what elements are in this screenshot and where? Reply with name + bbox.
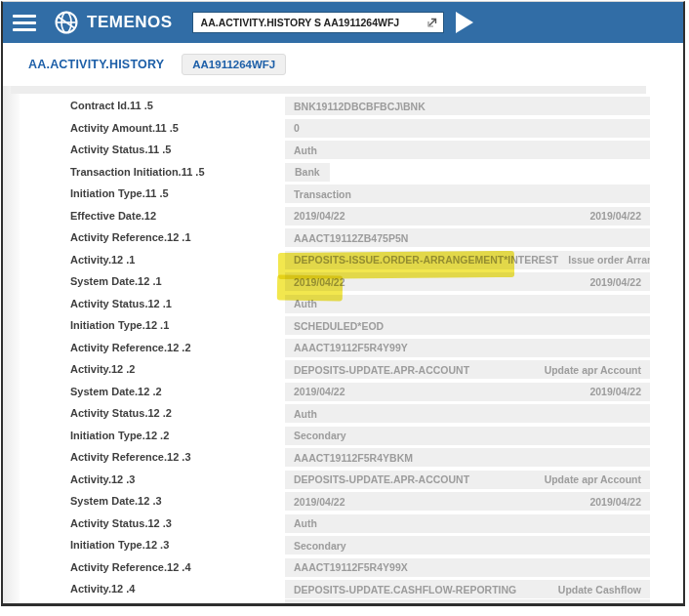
run-command-icon[interactable]: [456, 12, 473, 33]
field-label: Activity.12 .2: [70, 363, 135, 375]
field-row: Activity Reference.12 .1 AAACT19112ZB475…: [3, 228, 683, 251]
field-value: DEPOSITS-ISSUE.ORDER-ARRANGEMENT*INTERES…: [294, 254, 558, 266]
field-label: System Date.12 .3: [70, 495, 162, 507]
field-value: SCHEDULED*EOD: [294, 320, 384, 332]
field-value-bar[interactable]: Auth: [285, 404, 650, 423]
app-window: TEMENOS AA.ACTIVITY.HISTORY AA1911264WFJ…: [1, 1, 685, 606]
command-line-input[interactable]: [192, 12, 444, 33]
field-label: Initiation Type.12 .1: [70, 319, 169, 331]
command-line-wrap: [192, 12, 444, 33]
field-row: Activity Reference.12 .4 AAACT19112F5R4Y…: [3, 558, 683, 581]
field-label: Activity.12 .1: [70, 254, 135, 266]
field-value-right: Issue order Arrangement: [558, 254, 650, 266]
field-row: Activity Status.12 .2 Auth: [3, 404, 683, 427]
field-label: Activity Status.12 .2: [70, 407, 172, 419]
hamburger-menu-icon[interactable]: [13, 15, 36, 31]
field-value: Auth: [294, 408, 317, 420]
field-value: DEPOSITS-UPDATE.CASHFLOW-REPORTING: [294, 584, 516, 595]
field-value-bar[interactable]: Secondary: [285, 427, 650, 445]
field-label: Activity Status.12 .3: [70, 517, 172, 529]
field-label: System Date.12 .1: [70, 275, 162, 287]
launch-icon[interactable]: [426, 16, 439, 29]
field-value-bar[interactable]: DEPOSITS-UPDATE.APR-ACCOUNT Update apr A…: [285, 471, 650, 489]
field-value: AAACT19112F5R4Y99Y: [294, 342, 408, 353]
field-value: Bank: [295, 166, 320, 178]
field-value-bar[interactable]: AAACT19112ZB475P5N: [285, 228, 650, 247]
field-value-bar[interactable]: 2019/04/22 2019/04/22: [285, 492, 650, 511]
temenos-logo: TEMENOS: [54, 10, 173, 35]
field-rows: Contract Id.11 .5 BNK19112DBCBFBCJ\BNK A…: [3, 97, 683, 602]
field-value: 2019/04/22: [294, 210, 345, 222]
field-value: 2019/04/22: [294, 386, 345, 397]
field-value: DEPOSITS-UPDATE.APR-ACCOUNT: [294, 364, 469, 376]
field-value-right: Update apr Account: [535, 473, 641, 485]
field-label: Contract Id.11 .5: [70, 100, 153, 111]
field-value-bar[interactable]: Secondary: [285, 536, 650, 554]
record-id-badge: AA1911264WFJ: [182, 54, 286, 75]
field-row: Activity Status.11 .5 Auth: [3, 141, 683, 163]
field-row: System Date.12 .1 2019/04/22 2019/04/22: [3, 272, 683, 295]
field-value-bar[interactable]: SCHEDULED*EOD: [285, 316, 650, 335]
field-label: Initiation Type.12 .3: [70, 539, 169, 551]
field-row: Activity.12 .3 DEPOSITS-UPDATE.APR-ACCOU…: [3, 471, 683, 493]
field-value: AAACT19112F5R4Y99X: [294, 561, 408, 573]
field-label: Activity Reference.12 .3: [70, 451, 191, 463]
field-value-bar[interactable]: 2019/04/22 2019/04/22: [285, 207, 650, 226]
field-value-bar[interactable]: AAACT19112F5R4YBKM: [285, 448, 650, 467]
field-value-bar[interactable]: BNK19112DBCBFBCJ\BNK: [285, 97, 650, 115]
field-row: Effective Date.12 2019/04/22 2019/04/22: [3, 207, 683, 229]
field-value: Auth: [294, 298, 317, 309]
application-title: AA.ACTIVITY.HISTORY: [28, 58, 164, 71]
field-row: Initiation Type.11 .5 Transaction: [3, 185, 683, 207]
field-value-bar[interactable]: DEPOSITS-ISSUE.ORDER-ARRANGEMENT*INTERES…: [285, 251, 650, 269]
field-value: Secondary: [294, 430, 346, 441]
field-label: Activity Amount.11 .5: [70, 122, 179, 134]
field-row: Activity Reference.12 .2 AAACT19112F5R4Y…: [3, 339, 683, 361]
field-value-bar[interactable]: Auth: [285, 295, 650, 313]
field-value-bar[interactable]: DEPOSITS-UPDATE.CASHFLOW-REPORTING Updat…: [285, 580, 650, 598]
field-value: AAACT19112ZB475P5N: [294, 232, 408, 244]
field-value: 2019/04/22: [294, 496, 345, 508]
clipped-row-top: [11, 86, 646, 94]
field-row: System Date.12 .3 2019/04/22 2019/04/22: [3, 492, 683, 514]
field-row: Activity Status.12 .3 Auth: [3, 514, 683, 537]
record-detail-panel: Contract Id.11 .5 BNK19112DBCBFBCJ\BNK A…: [3, 86, 683, 604]
field-label: Initiation Type.12 .2: [70, 430, 169, 441]
field-value: DEPOSITS-UPDATE.APR-ACCOUNT: [294, 473, 469, 485]
top-toolbar: TEMENOS: [3, 2, 683, 43]
field-value-bar[interactable]: AAACT19112F5R4Y99X: [285, 558, 650, 577]
field-label: Activity Reference.12 .1: [70, 231, 191, 243]
field-label: Activity.12 .3: [70, 473, 135, 485]
field-row: Contract Id.11 .5 BNK19112DBCBFBCJ\BNK: [3, 97, 683, 119]
field-row: Initiation Type.12 .3 Secondary: [3, 536, 683, 558]
field-label: Activity Status.12 .1: [70, 298, 172, 309]
brand-name: TEMENOS: [87, 13, 173, 32]
field-value-bar[interactable]: DEPOSITS-UPDATE.APR-ACCOUNT Update apr A…: [285, 360, 650, 379]
field-value-right: Update Cashflow: [548, 584, 641, 595]
field-value-bar[interactable]: 2019/04/22 2019/04/22: [285, 383, 650, 401]
field-value: BNK19112DBCBFBCJ\BNK: [294, 101, 426, 112]
field-row: Initiation Type.12 .1 SCHEDULED*EOD: [3, 316, 683, 339]
field-value-bar[interactable]: Bank: [285, 163, 330, 182]
clipped-row-bottom: [285, 599, 650, 604]
field-value-bar[interactable]: Auth: [285, 141, 650, 159]
field-value-right: Update apr Account: [535, 364, 641, 376]
field-value-bar[interactable]: Transaction: [285, 185, 650, 203]
field-label: Activity Status.11 .5: [70, 144, 171, 155]
record-header: AA.ACTIVITY.HISTORY AA1911264WFJ: [3, 43, 683, 86]
field-value-bar[interactable]: 0: [285, 119, 650, 138]
field-value-right: 2019/04/22: [580, 386, 641, 397]
field-label: System Date.12 .2: [70, 386, 162, 397]
field-row: Activity Status.12 .1 Auth: [3, 295, 683, 317]
field-value: AAACT19112F5R4YBKM: [294, 452, 413, 464]
field-label: Transaction Initiation.11 .5: [70, 166, 205, 178]
field-value-right: 2019/04/22: [580, 276, 641, 288]
field-value-bar[interactable]: 2019/04/22 2019/04/22: [285, 272, 650, 291]
field-row: System Date.12 .2 2019/04/22 2019/04/22: [3, 383, 683, 405]
field-row: Activity Amount.11 .5 0: [3, 119, 683, 142]
field-value-bar[interactable]: Auth: [285, 514, 650, 533]
field-value-bar[interactable]: AAACT19112F5R4Y99Y: [285, 339, 650, 357]
field-label: Initiation Type.11 .5: [70, 187, 169, 199]
field-value: Auth: [294, 517, 317, 529]
field-value: 0: [294, 122, 300, 134]
